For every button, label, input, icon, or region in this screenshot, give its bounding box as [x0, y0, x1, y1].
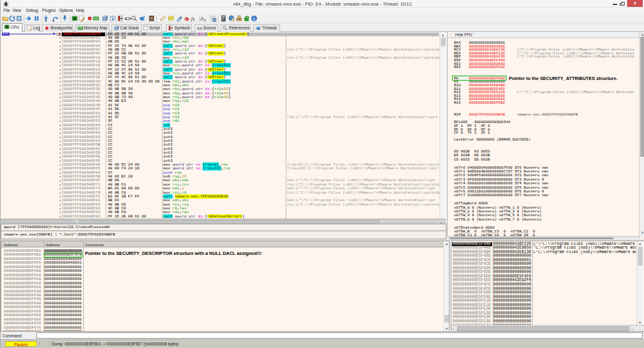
- svg-text:<>: <>: [197, 26, 202, 31]
- svg-text:S: S: [150, 16, 153, 21]
- svg-text:fx: fx: [191, 16, 194, 22]
- svg-text:1: 1: [204, 18, 206, 22]
- svg-text:i: i: [253, 16, 254, 22]
